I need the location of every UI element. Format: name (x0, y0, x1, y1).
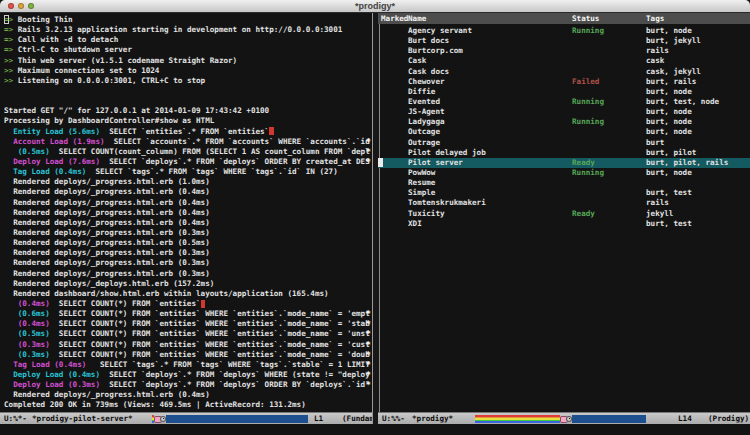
log-line (4, 96, 372, 106)
log-line: Rendered deploys/_progress.html.erb (0.4… (4, 208, 372, 218)
service-row-cask[interactable]: Caskcask (378, 56, 750, 66)
line-number-indicator: L1 (314, 414, 323, 424)
frame-content: => Booting Thin=> Rails 3.2.13 applicati… (0, 13, 750, 435)
log-line: Completed 200 OK in 739ms (Views: 469.5m… (4, 400, 372, 410)
service-row-ladygaga[interactable]: LadygagaRunningburt, node (378, 117, 750, 127)
service-status: Ready (572, 158, 595, 168)
service-tags: burt, node (646, 107, 692, 117)
log-line: Rendered deploys/_progress.html.erb (0.4… (4, 187, 372, 197)
service-row-chewover[interactable]: ChewoverFailedburt, rails (378, 77, 750, 87)
log-line: Rendered deploys/_progress.html.erb (0.4… (4, 218, 372, 228)
log-line: Tag Load (0.4ms) SELECT `tags`.* FROM `t… (4, 360, 372, 370)
nyan-cat-icon (154, 415, 166, 423)
log-line (4, 86, 372, 96)
log-line: Account Load (1.9ms) SELECT `accounts`.*… (4, 137, 372, 147)
line-truncation-indicator: * (366, 147, 371, 157)
log-line: (0.5ms) SELECT COUNT(count_column) FROM … (4, 147, 372, 157)
log-line: Rendered deploys/_progress.html.erb (0.4… (4, 390, 372, 400)
log-line: => Call with -d to detach (4, 35, 372, 45)
service-name: Evented (408, 97, 440, 107)
service-name: PowWow (408, 168, 435, 178)
service-name: Outcage (408, 127, 440, 137)
log-line: Deploy Load (0.3ms) SELECT `deploys`.* F… (4, 380, 372, 390)
service-name: Chewover (408, 77, 445, 87)
log-line: Rendered deploys/_deploys.html.erb (157.… (4, 279, 372, 289)
log-line: (0.6ms) SELECT COUNT(*) FROM `entities` … (4, 309, 372, 319)
service-row-pilot-delayed-job[interactable]: Pilot delayed jobburt, pilot (378, 148, 750, 158)
service-row-evented[interactable]: EventedRunningburt, test, node (378, 97, 750, 107)
log-line: Deploy Load (0.4ms) SELECT `deploys`.* F… (4, 370, 372, 380)
service-row-xdi[interactable]: XDIburt, test (378, 219, 750, 229)
service-tags: burt (646, 138, 664, 148)
service-tags: burt, test (646, 219, 692, 229)
line-truncation-indicator: * (366, 319, 371, 329)
log-line: Entity Load (5.6ms) SELECT `entities`.* … (4, 127, 372, 137)
service-row-outrage[interactable]: Outrageburt (378, 138, 750, 148)
prodigy-pane[interactable]: Marked Name Status Tags Agency servantRu… (378, 13, 750, 435)
service-row-burtcorp-com[interactable]: Burtcorp.comrails (378, 46, 750, 56)
service-tags: burt, jekyll (646, 36, 701, 46)
server-log-pane[interactable]: => Booting Thin=> Rails 3.2.13 applicati… (0, 13, 372, 435)
trailing-whitespace-block (201, 300, 206, 308)
service-name: Cask docs (408, 67, 449, 77)
service-row-cask-docs[interactable]: Cask docscask, jekyll (378, 67, 750, 77)
service-tags: jekyll (646, 209, 673, 219)
service-name: Pilot delayed job (408, 148, 486, 158)
log-line: >> Thin web server (v1.5.1 codename Stra… (4, 56, 372, 66)
minibuffer-echo-area[interactable] (0, 424, 750, 435)
service-tags: burt, node (646, 87, 692, 97)
service-row-burt-docs[interactable]: Burt docsburt, jekyll (378, 36, 750, 46)
titlebar[interactable]: *prodigy* (0, 0, 750, 13)
window-title: *prodigy* (0, 1, 750, 11)
service-name: Cask (408, 56, 426, 66)
service-name: Simple (408, 188, 435, 198)
service-row-pilot-server[interactable]: Pilot serverReadyburt, pilot, rails (378, 158, 750, 168)
service-row-agency-servant[interactable]: Agency servantRunningburt, node (378, 26, 750, 36)
service-name: Burtcorp.com (408, 46, 463, 56)
service-name: Tomtenskrukmakeri (408, 198, 486, 208)
service-name: Burt docs (408, 36, 449, 46)
log-line: Rendered deploys/_progress.html.erb (0.3… (4, 269, 372, 279)
log-line: Deploy Load (7.6ms) SELECT `deploys`.* F… (4, 157, 372, 167)
line-truncation-indicator: * (366, 309, 371, 319)
line-number-indicator: L14 (678, 414, 692, 424)
line-truncation-indicator: * (366, 340, 371, 350)
log-line: Tag Load (0.4ms) SELECT `tags`.* FROM `t… (4, 167, 372, 177)
nyan-cat-icon (560, 415, 572, 423)
line-truncation-indicator: * (366, 350, 371, 360)
nyan-remaining-bar (166, 415, 308, 423)
emacs-window: *prodigy* => Booting Thin=> Rails 3.2.13… (0, 0, 750, 435)
log-line: (0.4ms) SELECT COUNT(*) FROM `entities` … (4, 319, 372, 329)
buffer-state-flags: U:%%- (382, 414, 405, 424)
service-name: Diffie (408, 87, 435, 97)
column-header-marked: Marked (381, 13, 408, 24)
buffer-state-flags: U:%*- (4, 414, 27, 424)
log-line: (0.5ms) SELECT COUNT(*) FROM `entities` … (4, 329, 372, 339)
log-line: Rendered deploys/_progress.html.erb (0.3… (4, 248, 372, 258)
service-row-outcage[interactable]: Outcageburt, node (378, 127, 750, 137)
service-name: Resume (408, 178, 435, 188)
log-line: >> Maximum connections set to 1024 (4, 66, 372, 76)
service-row-js-agent[interactable]: JS-Agentburt, node (378, 107, 750, 117)
service-row-powwow[interactable]: PowWowRunningburt, node (378, 168, 750, 178)
trailing-whitespace-block (269, 127, 274, 135)
nyan-rainbow (475, 415, 560, 423)
service-row-tomtenskrukmakeri[interactable]: Tomtenskrukmakerirails (378, 198, 750, 208)
service-tags: burt, node (646, 26, 692, 36)
line-truncation-indicator: * (366, 370, 371, 380)
column-header-status: Status (572, 13, 599, 24)
line-truncation-indicator: * (366, 137, 371, 147)
service-row-simple[interactable]: Simpleburt, test (378, 188, 750, 198)
service-row-tuxicity[interactable]: TuxicityReadyjekyll (378, 209, 750, 219)
buffer-name: *prodigy-pilot-server* (32, 414, 133, 424)
nyan-progress-bar (152, 415, 308, 423)
service-list[interactable]: Agency servantRunningburt, nodeBurt docs… (378, 26, 750, 229)
server-log-buffer[interactable]: => Booting Thin=> Rails 3.2.13 applicati… (0, 14, 372, 414)
service-row-resume[interactable]: Resume (378, 178, 750, 188)
service-tags: cask, jekyll (646, 67, 701, 77)
major-mode-name: (Fundamen (342, 414, 372, 424)
service-tags: cask (646, 56, 664, 66)
service-name: Agency servant (408, 26, 472, 36)
service-status: Running (572, 97, 604, 107)
service-row-diffie[interactable]: Diffieburt, node (378, 87, 750, 97)
